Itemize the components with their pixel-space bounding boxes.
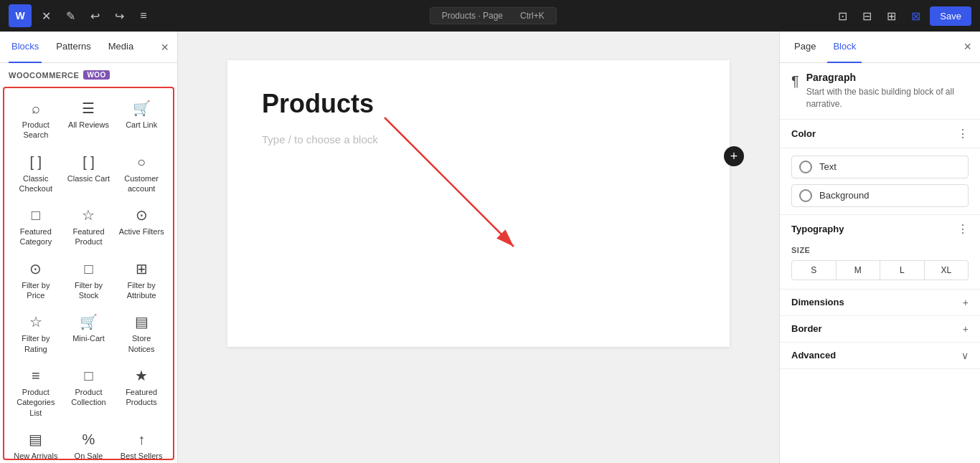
close-button[interactable]: ✕	[36, 6, 56, 26]
keyboard-shortcut: Ctrl+K	[520, 11, 545, 21]
color-section-menu[interactable]: ⋮	[957, 127, 969, 140]
block-item-classic-checkout[interactable]: [ ]Classic Checkout	[10, 148, 62, 200]
block-icon-20: ↑	[138, 432, 145, 447]
block-label-19: On Sale Products	[66, 451, 112, 460]
toolbar-right: ⊡ ⊟ ⊞ ⊠ Save	[832, 6, 971, 26]
block-item-featured-products[interactable]: ★Featured Products	[116, 361, 167, 424]
block-info: ¶ Paragraph Start with the basic buildin…	[791, 72, 969, 110]
block-item-product-search[interactable]: ⌕Product Search	[10, 94, 62, 146]
add-block-button[interactable]: +	[724, 146, 744, 166]
block-item-mini-cart[interactable]: 🛒Mini-Cart	[63, 307, 115, 360]
view-icon-4[interactable]: ⊠	[905, 6, 925, 26]
block-label-0: Product Search	[13, 120, 59, 140]
block-icon-14: ▤	[135, 315, 149, 329]
block-description: Start with the basic building block of a…	[806, 86, 969, 110]
blocks-grid: ⌕Product Search☰All Reviews🛒Cart Link[ ]…	[10, 94, 167, 460]
tab-media[interactable]: Media	[105, 32, 136, 63]
block-icon-10: □	[84, 262, 93, 276]
toolbar-center: Products · Page Ctrl+K	[159, 7, 826, 24]
block-label-10: Filter by Stock	[66, 280, 112, 301]
block-item-all-reviews[interactable]: ☰All Reviews	[63, 94, 115, 146]
editor-placeholder[interactable]: Type / to choose a block	[262, 133, 695, 145]
block-item-new-arrivals[interactable]: ▤New Arrivals	[10, 425, 62, 460]
size-m-button[interactable]: M	[837, 260, 881, 280]
block-item-featured-category[interactable]: □Featured Category	[10, 201, 62, 253]
main-layout: Blocks Patterns Media × WOOCOMMERCE WOO …	[0, 32, 980, 463]
border-section[interactable]: Border +	[780, 316, 980, 343]
size-l-button[interactable]: L	[880, 260, 925, 280]
border-label: Border	[791, 323, 822, 334]
size-buttons: S M L XL	[780, 260, 980, 289]
block-info-text: Paragraph Start with the basic building …	[806, 72, 969, 110]
block-icon-6: □	[32, 208, 40, 222]
block-label-7: Featured Product	[66, 226, 112, 247]
block-icon-11: ⊞	[136, 262, 148, 276]
dimensions-section[interactable]: Dimensions +	[780, 290, 980, 316]
block-item-filter-by-stock[interactable]: □Filter by Stock	[63, 254, 115, 307]
tab-patterns[interactable]: Patterns	[53, 32, 93, 63]
size-xl-button[interactable]: XL	[925, 260, 969, 280]
page-title-bar[interactable]: Products · Page Ctrl+K	[430, 7, 557, 24]
block-icon-0: ⌕	[32, 101, 40, 115]
right-panel-tabs: Page Block ×	[780, 32, 980, 63]
panel-close-button[interactable]: ×	[161, 41, 169, 54]
tab-block[interactable]: Block	[827, 32, 862, 63]
blocks-grid-area: ⌕Product Search☰All Reviews🛒Cart Link[ ]…	[3, 87, 174, 460]
block-label-9: Filter by Price	[13, 280, 59, 301]
color-text-row[interactable]: Text	[791, 156, 969, 178]
view-icon-2[interactable]: ⊟	[857, 6, 877, 26]
typography-menu[interactable]: ⋮	[957, 222, 969, 236]
woo-badge: WOO	[83, 70, 110, 80]
block-item-on-sale-products[interactable]: %On Sale Products	[63, 425, 115, 460]
editor-canvas: Products Type / to choose a block +	[227, 60, 730, 347]
typography-title: Typography	[791, 224, 844, 234]
block-icon-16: □	[84, 368, 93, 383]
undo-button[interactable]: ↩	[85, 6, 105, 26]
save-button[interactable]: Save	[930, 6, 971, 26]
pencil-button[interactable]: ✎	[60, 6, 80, 26]
block-label-6: Featured Category	[13, 226, 59, 247]
advanced-section[interactable]: Advanced ∨	[780, 343, 980, 369]
list-button[interactable]: ≡	[133, 6, 154, 26]
block-icon-8: ⊙	[136, 208, 148, 222]
text-color-label: Text	[819, 161, 837, 172]
advanced-label: Advanced	[791, 350, 836, 361]
block-item-cart-link[interactable]: 🛒Cart Link	[116, 94, 167, 146]
block-item-best-sellers[interactable]: ↑Best Sellers	[116, 425, 167, 460]
block-item-active-filters[interactable]: ⊙Active Filters	[116, 201, 167, 253]
block-label-17: Featured Products	[118, 387, 164, 408]
background-color-label: Background	[819, 190, 869, 201]
block-label-20: Best Sellers	[121, 451, 163, 460]
panel-tabs: Blocks Patterns Media ×	[0, 32, 177, 63]
block-item-product-categories-list[interactable]: ≡Product Categories List	[10, 361, 62, 424]
redo-button[interactable]: ↪	[109, 6, 129, 26]
block-label-5: Customer account	[118, 173, 164, 194]
block-label-18: New Arrivals	[14, 451, 57, 460]
dimensions-label: Dimensions	[791, 297, 844, 307]
block-item-store-notices[interactable]: ▤Store Notices	[116, 307, 167, 360]
color-options: Text Background	[780, 148, 980, 215]
size-s-button[interactable]: S	[791, 260, 837, 280]
tab-page[interactable]: Page	[788, 32, 821, 63]
right-panel-close-button[interactable]: ×	[963, 39, 971, 54]
background-color-circle	[799, 189, 812, 202]
typography-header: Typography ⋮	[780, 215, 980, 243]
block-icon-13: 🛒	[80, 315, 98, 329]
color-background-row[interactable]: Background	[791, 184, 969, 207]
block-item-product-collection[interactable]: □Product Collection	[63, 361, 115, 424]
tab-blocks[interactable]: Blocks	[9, 32, 42, 63]
block-item-filter-by-attribute[interactable]: ⊞Filter by Attribute	[116, 254, 167, 307]
view-icon-1[interactable]: ⊡	[832, 6, 852, 26]
block-item-customer-account[interactable]: ○Customer account	[116, 148, 167, 200]
content-area: Products Type / to choose a block +	[178, 32, 779, 463]
block-name: Paragraph	[806, 72, 969, 83]
block-icon-1: ☰	[82, 101, 95, 115]
block-info-section: ¶ Paragraph Start with the basic buildin…	[780, 63, 980, 120]
block-item-filter-by-price[interactable]: ⊙Filter by Price	[10, 254, 62, 307]
block-item-featured-product[interactable]: ☆Featured Product	[63, 201, 115, 253]
block-item-filter-by-rating[interactable]: ☆Filter by Rating	[10, 307, 62, 360]
block-item-classic-cart[interactable]: [ ]Classic Cart	[63, 148, 115, 200]
view-icon-3[interactable]: ⊞	[881, 6, 901, 26]
block-icon-3: [ ]	[29, 155, 42, 169]
block-label-11: Filter by Attribute	[118, 280, 164, 301]
